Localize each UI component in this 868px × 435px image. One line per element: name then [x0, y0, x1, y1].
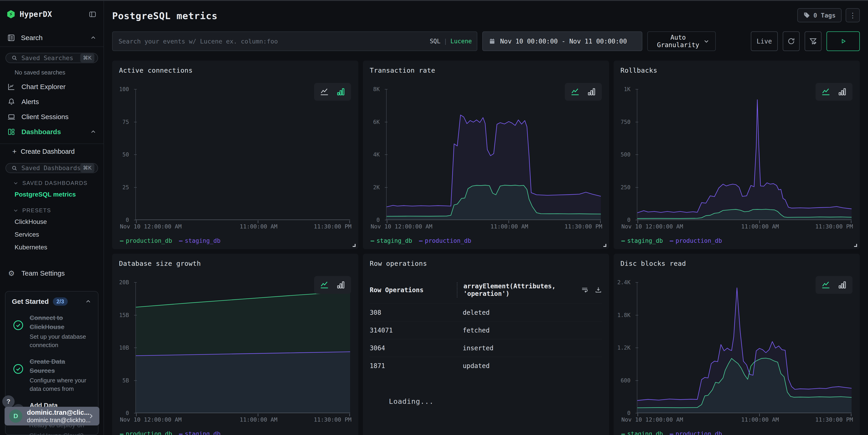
bar-chart-icon[interactable]	[837, 280, 847, 290]
sidebar-item-chart-explorer[interactable]: Chart Explorer	[0, 79, 103, 94]
x-axis-labels: Nov 10 12:00:00 AM11:00:00 AM11:30:00 PM	[135, 223, 351, 234]
saved-searches-searchbox[interactable]: ⌘K	[5, 53, 98, 63]
user-email: dominic.tran@clickho...	[27, 416, 87, 424]
sidebar-item-services[interactable]: Services	[0, 228, 103, 240]
line-chart-icon[interactable]	[319, 87, 329, 97]
plot-area	[135, 282, 350, 413]
gear-icon: ⚙	[7, 269, 16, 278]
saved-searches-input[interactable]	[22, 55, 80, 62]
y-axis-labels: 2.4K1.8K1.2K6000	[620, 282, 634, 413]
user-name: dominic.tran@clic...	[27, 408, 87, 416]
y-axis-labels: 20B15B10B5B0	[119, 282, 132, 413]
sidebar-item-dashboards[interactable]: Dashboards	[0, 124, 103, 139]
app-window: ⚡ HyperDX Search ⌘K No saved searches	[0, 0, 868, 435]
live-button[interactable]: Live	[751, 31, 778, 51]
time-range-label: Nov 10 00:00:00 - Nov 11 00:00:00	[500, 38, 627, 45]
chart-view-toggle[interactable]	[314, 83, 351, 101]
step-title: Create Data Sources	[30, 357, 92, 375]
filter-button[interactable]	[805, 31, 822, 51]
chart-view-toggle[interactable]	[314, 276, 351, 294]
download-icon[interactable]	[594, 286, 602, 294]
granularity-select[interactable]: Auto Granularity	[647, 31, 716, 51]
tags-button[interactable]: 0 Tags	[797, 8, 842, 22]
bar-chart-icon[interactable]	[837, 87, 847, 97]
sidebar-item-client-sessions[interactable]: Client Sessions	[0, 109, 103, 124]
sql-toggle[interactable]: SQL	[430, 38, 440, 45]
toolbar-spacer	[721, 31, 746, 51]
sidebar-item-kubernetes[interactable]: Kubernetes	[0, 240, 103, 253]
y-axis-labels: 1K7505002500	[620, 89, 634, 220]
chevron-down-icon	[13, 207, 19, 213]
brand-name: HyperDX	[20, 10, 52, 19]
sidebar-item-label: Client Sessions	[22, 113, 69, 121]
filter-icon	[809, 37, 817, 45]
sidebar: ⚡ HyperDX Search ⌘K No saved searches	[0, 0, 104, 435]
chevron-up-icon[interactable]	[85, 298, 92, 305]
get-started-step-1[interactable]: Connect to ClickHouse Set up your databa…	[12, 313, 92, 349]
get-started-title: Get Started	[12, 298, 49, 305]
sidebar-item-alerts[interactable]: Alerts	[0, 94, 103, 109]
divider	[0, 143, 103, 144]
sidebar-item-clickhouse[interactable]: ClickHouse	[0, 215, 103, 228]
resize-handle[interactable]	[352, 244, 355, 247]
line-chart-icon[interactable]	[821, 87, 831, 97]
x-axis-labels: Nov 10 12:00:00 AM11:00:00 AM11:30:00 PM	[637, 416, 853, 427]
table-header: Row Operations arrayElement(Attributes, …	[370, 280, 602, 303]
bell-icon	[7, 98, 16, 106]
row-operations-table: Row Operations arrayElement(Attributes, …	[370, 280, 602, 405]
sidebar-section-search[interactable]: Search	[0, 33, 103, 42]
refresh-button[interactable]	[783, 31, 800, 51]
bar-chart-icon[interactable]	[336, 280, 346, 290]
resize-handle[interactable]	[854, 244, 857, 247]
expand-rows-icon[interactable]	[581, 286, 589, 294]
table-row[interactable]: 314071fetched	[370, 321, 602, 339]
sidebar-collapse-icon[interactable]	[88, 10, 97, 19]
table-row[interactable]: 308deleted	[370, 303, 602, 321]
sidebar-item-team-settings[interactable]: ⚙ Team Settings	[0, 268, 103, 278]
chart-title: Disc blocks read	[620, 260, 853, 267]
saved-dashboards-input[interactable]	[22, 164, 80, 171]
saved-dashboards-header[interactable]: SAVED DASHBOARDS	[0, 173, 103, 188]
help-button[interactable]: ?	[2, 395, 14, 408]
get-started-step-2[interactable]: Create Data Sources Configure where your…	[12, 357, 92, 393]
chevron-up-icon[interactable]	[90, 129, 97, 135]
chart-view-toggle[interactable]	[815, 83, 852, 101]
chart-view-toggle[interactable]	[565, 83, 602, 101]
chart-panel-active-connections: Active connections 1007550250 Nov 10 12:…	[112, 61, 358, 249]
step-desc: Set up your database connection	[30, 333, 92, 349]
saved-dashboards-header-label: SAVED DASHBOARDS	[22, 180, 88, 186]
table-row[interactable]: 3064inserted	[370, 339, 602, 357]
saved-dashboards-searchbox[interactable]: ⌘K	[5, 163, 98, 173]
dashboard-menu-button[interactable]: ⋮	[846, 8, 860, 22]
run-query-button[interactable]	[827, 31, 860, 51]
x-axis-labels: Nov 10 12:00:00 AM11:00:00 AM11:30:00 PM	[135, 416, 351, 427]
line-chart-icon[interactable]	[570, 87, 580, 97]
tags-label: 0 Tags	[813, 12, 836, 19]
column-header[interactable]: arrayElement(Attributes, 'operation')	[457, 282, 581, 297]
line-chart-icon[interactable]	[821, 280, 831, 290]
sidebar-item-postgresql-metrics[interactable]: PostgreSQL metrics	[0, 188, 103, 200]
presets-header[interactable]: PRESETS	[0, 200, 103, 215]
sidebar-item-label: Chart Explorer	[22, 83, 65, 91]
user-menu[interactable]: D dominic.tran@clic... dominic.tran@clic…	[5, 407, 99, 426]
table-row[interactable]: 1871updated	[370, 357, 602, 374]
chart-view-toggle[interactable]	[815, 276, 852, 294]
query-language-toggle[interactable]: SQL | Lucene	[430, 31, 472, 51]
x-axis-labels: Nov 10 12:00:00 AM11:00:00 AM11:30:00 PM	[637, 223, 853, 234]
column-header[interactable]: Row Operations	[370, 286, 463, 294]
step-title: Connect to ClickHouse	[30, 313, 92, 332]
time-range-picker[interactable]: Nov 10 00:00:00 - Nov 11 00:00:00	[482, 31, 642, 51]
create-dashboard-button[interactable]: + Create Dashboard	[0, 146, 103, 157]
chart-legend: —staging_db—production_db	[371, 237, 602, 244]
bar-chart-icon[interactable]	[587, 87, 596, 97]
bar-chart-icon[interactable]	[336, 87, 346, 97]
event-search-input[interactable]	[112, 31, 477, 51]
sidebar-nav: Chart Explorer Alerts Client Sessions Da…	[0, 79, 103, 139]
resize-handle[interactable]	[603, 244, 606, 247]
lucene-toggle[interactable]: Lucene	[451, 38, 472, 45]
search-icon	[11, 55, 18, 61]
line-chart-icon[interactable]	[319, 280, 329, 290]
play-icon	[839, 37, 847, 45]
chevron-up-icon[interactable]	[90, 34, 97, 41]
table-panel-row-operations: Row operations Row Operations arrayEleme…	[363, 254, 609, 435]
